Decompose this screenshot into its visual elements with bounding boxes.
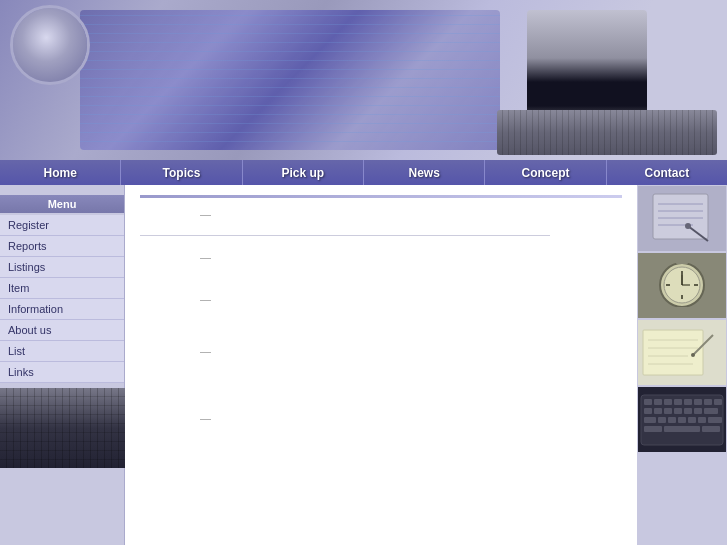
svg-rect-50 (708, 417, 722, 423)
right-image-keyboard (638, 387, 726, 452)
sidebar-keyboard-image (0, 388, 125, 468)
nav-news[interactable]: News (364, 160, 485, 185)
svg-rect-31 (664, 399, 672, 405)
sidebar-item-list[interactable]: List (0, 341, 124, 362)
sidebar: Menu Register Reports Listings Item Info… (0, 185, 125, 545)
svg-rect-46 (668, 417, 676, 423)
svg-rect-41 (684, 408, 692, 414)
svg-rect-36 (714, 399, 722, 405)
svg-rect-51 (644, 426, 662, 432)
sidebar-item-about-us[interactable]: About us (0, 320, 124, 341)
nav-pickup[interactable]: Pick up (243, 160, 364, 185)
svg-rect-44 (644, 417, 656, 423)
svg-rect-33 (684, 399, 692, 405)
main-area: Menu Register Reports Listings Item Info… (0, 185, 727, 545)
svg-rect-42 (694, 408, 702, 414)
svg-rect-17 (676, 258, 688, 264)
svg-rect-38 (654, 408, 662, 414)
svg-rect-18 (676, 307, 688, 313)
sidebar-item-information[interactable]: Information (0, 299, 124, 320)
svg-rect-52 (664, 426, 700, 432)
svg-point-26 (691, 353, 695, 357)
content-dash-1: — (200, 208, 622, 220)
sidebar-item-listings[interactable]: Listings (0, 257, 124, 278)
sidebar-item-reports[interactable]: Reports (0, 236, 124, 257)
svg-rect-47 (678, 417, 686, 423)
svg-rect-30 (654, 399, 662, 405)
sidebar-item-links[interactable]: Links (0, 362, 124, 383)
navigation-bar: Home Topics Pick up News Concept Contact (0, 160, 727, 185)
svg-rect-49 (698, 417, 706, 423)
svg-rect-48 (688, 417, 696, 423)
nav-home[interactable]: Home (0, 160, 121, 185)
svg-rect-1 (653, 194, 708, 239)
content-border (140, 195, 622, 198)
nav-contact[interactable]: Contact (607, 160, 727, 185)
right-image-writing (638, 320, 726, 385)
svg-rect-45 (658, 417, 666, 423)
nav-concept[interactable]: Concept (485, 160, 606, 185)
svg-rect-34 (694, 399, 702, 405)
right-panel (637, 185, 727, 545)
nav-topics[interactable]: Topics (121, 160, 242, 185)
svg-point-7 (685, 223, 691, 229)
sidebar-menu-label: Menu (0, 195, 124, 213)
header-banner (0, 0, 727, 160)
svg-rect-32 (674, 399, 682, 405)
svg-rect-39 (664, 408, 672, 414)
content-dash-2: — (200, 251, 622, 263)
svg-rect-35 (704, 399, 712, 405)
content-dash-4: — (200, 345, 622, 357)
svg-rect-40 (674, 408, 682, 414)
svg-rect-29 (644, 399, 652, 405)
svg-rect-53 (702, 426, 720, 432)
header-keyboard (497, 110, 717, 155)
svg-rect-37 (644, 408, 652, 414)
svg-rect-43 (704, 408, 718, 414)
content-dash-3: — (200, 293, 622, 305)
main-content: — — — — — (125, 185, 637, 545)
content-line-1 (140, 235, 550, 236)
right-image-notepad (638, 186, 726, 251)
svg-rect-20 (643, 330, 703, 375)
header-circle-image (10, 5, 90, 85)
content-dash-5: — (200, 412, 622, 424)
sidebar-item-item[interactable]: Item (0, 278, 124, 299)
right-image-watch (638, 253, 726, 318)
sidebar-item-register[interactable]: Register (0, 215, 124, 236)
